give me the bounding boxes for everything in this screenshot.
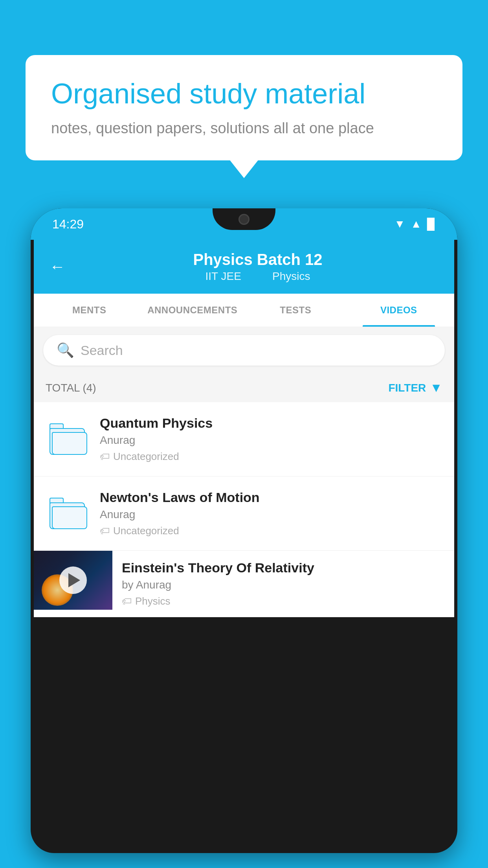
back-button[interactable]: ←	[50, 258, 65, 276]
app-header: ← Physics Batch 12 IIT JEE Physics	[34, 240, 454, 294]
speech-bubble: Organised study material notes, question…	[26, 55, 462, 160]
play-icon	[68, 573, 80, 587]
status-time: 14:29	[52, 217, 84, 232]
video-thumbnail	[34, 551, 112, 610]
tag-icon: 🏷	[122, 595, 132, 607]
search-bar[interactable]: 🔍 Search	[43, 335, 445, 366]
filter-icon: ▼	[430, 381, 442, 395]
tab-videos[interactable]: VIDEOS	[347, 294, 451, 327]
filter-bar: TOTAL (4) FILTER ▼	[34, 373, 454, 402]
battery-icon: ▉	[427, 218, 436, 231]
subtitle-physics: Physics	[272, 270, 310, 282]
tab-tests[interactable]: TESTS	[244, 294, 347, 327]
play-button[interactable]	[59, 566, 87, 594]
video-tag: 🏷 Uncategorized	[100, 525, 442, 537]
speech-bubble-title: Organised study material	[51, 77, 437, 110]
video-author: Anurag	[100, 434, 442, 447]
tag-icon: 🏷	[100, 451, 110, 463]
tag-label: Uncategorized	[113, 525, 179, 537]
signal-icon: ▲	[411, 218, 422, 230]
total-count: TOTAL (4)	[46, 382, 96, 394]
status-icons: ▼ ▲ ▉	[394, 218, 436, 231]
video-title: Einstein's Theory Of Relativity	[122, 560, 445, 576]
list-item[interactable]: Newton's Laws of Motion Anurag 🏷 Uncateg…	[34, 476, 454, 551]
video-author: by Anurag	[122, 579, 445, 591]
filter-label: FILTER	[388, 382, 426, 394]
header-title-area: Physics Batch 12 IIT JEE Physics	[77, 251, 438, 283]
batch-subtitle: IIT JEE Physics	[77, 270, 438, 283]
search-bar-container: 🔍 Search	[34, 327, 454, 373]
status-bar: 14:29 ▼ ▲ ▉	[31, 208, 457, 240]
video-info: Newton's Laws of Motion Anurag 🏷 Uncateg…	[100, 490, 442, 537]
phone-container: 14:29 ▼ ▲ ▉ ← Physics Batch 12 IIT JEE	[31, 208, 457, 868]
tag-label: Uncategorized	[113, 451, 179, 463]
wifi-icon: ▼	[394, 218, 405, 230]
subtitle-separator	[254, 270, 260, 282]
video-tag: 🏷 Uncategorized	[100, 451, 442, 463]
list-item[interactable]: Quantum Physics Anurag 🏷 Uncategorized	[34, 402, 454, 476]
video-title: Quantum Physics	[100, 416, 442, 431]
search-icon: 🔍	[57, 342, 74, 359]
video-title: Newton's Laws of Motion	[100, 490, 442, 505]
tag-label: Physics	[135, 595, 171, 607]
subtitle-iitjee: IIT JEE	[205, 270, 241, 282]
filter-button[interactable]: FILTER ▼	[388, 381, 442, 395]
video-list: Quantum Physics Anurag 🏷 Uncategorized	[34, 402, 454, 617]
tab-announcements[interactable]: ANNOUNCEMENTS	[141, 294, 244, 327]
video-author: Anurag	[100, 508, 442, 521]
speech-bubble-subtitle: notes, question papers, solutions all at…	[51, 120, 437, 137]
list-item[interactable]: Einstein's Theory Of Relativity by Anura…	[34, 551, 454, 617]
folder-thumbnail	[46, 417, 89, 461]
search-placeholder: Search	[81, 343, 123, 358]
tabs-bar: MENTS ANNOUNCEMENTS TESTS VIDEOS	[34, 294, 454, 327]
phone-screen: ← Physics Batch 12 IIT JEE Physics MENTS…	[34, 240, 454, 617]
speech-bubble-container: Organised study material notes, question…	[26, 55, 462, 160]
video-info: Einstein's Theory Of Relativity by Anura…	[112, 551, 454, 617]
phone: 14:29 ▼ ▲ ▉ ← Physics Batch 12 IIT JEE	[31, 208, 457, 853]
tab-ments[interactable]: MENTS	[38, 294, 141, 327]
folder-icon	[50, 423, 85, 455]
video-info: Quantum Physics Anurag 🏷 Uncategorized	[100, 416, 442, 463]
front-camera	[238, 214, 250, 225]
batch-title: Physics Batch 12	[77, 251, 438, 268]
video-tag: 🏷 Physics	[122, 595, 445, 607]
tag-icon: 🏷	[100, 525, 110, 537]
folder-icon	[50, 498, 85, 529]
phone-notch	[213, 208, 275, 230]
folder-thumbnail	[46, 492, 89, 535]
